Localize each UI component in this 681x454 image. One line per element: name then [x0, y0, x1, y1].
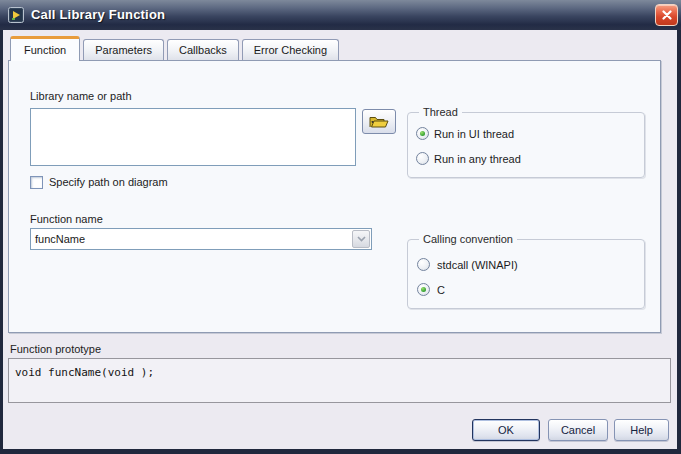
combobox-value: funcName	[31, 233, 351, 245]
tab-error-checking-label: Error Checking	[254, 44, 327, 56]
help-button[interactable]: Help	[614, 419, 669, 441]
call-library-function-dialog: Call Library Function Function Parameter…	[0, 0, 681, 454]
ok-button[interactable]: OK	[472, 419, 540, 441]
cancel-button[interactable]: Cancel	[548, 419, 608, 441]
radio-stdcall[interactable]	[417, 258, 430, 271]
specify-path-checkbox[interactable]	[30, 176, 43, 189]
calling-convention-group-title: Calling convention	[419, 233, 517, 245]
function-name-label: Function name	[30, 213, 103, 225]
tab-parameters[interactable]: Parameters	[83, 39, 164, 60]
chevron-down-icon	[357, 236, 366, 242]
window-title: Call Library Function	[31, 7, 165, 22]
radio-run-any-thread-label[interactable]: Run in any thread	[434, 153, 521, 165]
close-button[interactable]	[655, 4, 678, 26]
tab-function[interactable]: Function	[10, 36, 80, 61]
thread-group-title: Thread	[419, 106, 462, 118]
radio-c[interactable]	[417, 283, 430, 296]
library-name-label: Library name or path	[30, 90, 132, 102]
radio-run-ui-thread-label[interactable]: Run in UI thread	[434, 128, 514, 140]
tab-function-label: Function	[24, 44, 66, 56]
radio-stdcall-label[interactable]: stdcall (WINAPI)	[437, 259, 518, 271]
radio-run-any-thread[interactable]	[416, 152, 429, 165]
calling-convention-group	[407, 239, 645, 309]
function-prototype-label: Function prototype	[10, 343, 101, 355]
tab-callbacks[interactable]: Callbacks	[167, 39, 239, 60]
combobox-arrow-button[interactable]	[352, 230, 370, 248]
specify-path-label: Specify path on diagram	[49, 176, 168, 188]
tab-callbacks-label: Callbacks	[179, 44, 227, 56]
titlebar[interactable]: Call Library Function	[0, 0, 681, 30]
close-icon	[662, 10, 672, 20]
radio-run-ui-thread[interactable]	[416, 127, 429, 140]
labview-vi-icon	[8, 7, 24, 23]
function-prototype-box: void funcName(void );	[8, 358, 671, 403]
tab-strip: Function Parameters Callbacks Error Chec…	[10, 36, 339, 61]
library-path-input[interactable]	[30, 108, 356, 166]
open-folder-icon	[368, 114, 390, 130]
browse-button[interactable]	[362, 109, 396, 134]
thread-group	[407, 112, 645, 178]
function-name-combobox[interactable]: funcName	[30, 228, 372, 250]
tab-error-checking[interactable]: Error Checking	[242, 39, 339, 60]
radio-c-label[interactable]: C	[437, 284, 445, 296]
tab-parameters-label: Parameters	[95, 44, 152, 56]
